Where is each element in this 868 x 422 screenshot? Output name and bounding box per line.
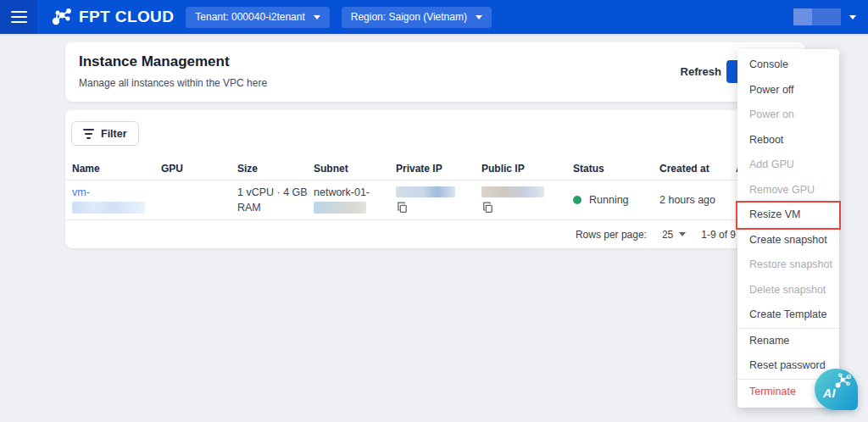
menu-item-create-snapshot[interactable]: Create snapshot [737,228,839,253]
tenant-dropdown[interactable]: Tenant: 000040-i2tenant [186,7,329,28]
table-header-row: Name GPU Size Subnet Private IP Public I… [65,157,805,180]
fpt-molecule-logo-icon [51,7,73,27]
chevron-down-icon [679,232,686,236]
brand-logo-text: FPT CLOUD [79,8,174,26]
column-header-public-ip[interactable]: Public IP [481,163,573,175]
tenant-dropdown-label: Tenant: 000040-i2tenant [195,11,304,23]
menu-item-delete-snapshot: Delete snapshot [737,278,839,303]
column-header-size[interactable]: Size [237,163,314,175]
cell-created-at: 2 hours ago [659,194,736,206]
region-dropdown-label: Region: Saigon (Vietnam) [351,11,467,23]
cell-public-ip [481,186,573,214]
instance-name-redacted [72,202,145,214]
column-header-gpu[interactable]: GPU [161,163,237,175]
column-header-created-at[interactable]: Created at [659,163,736,175]
menu-item-resize-vm[interactable]: Resize VM [737,203,839,228]
cell-private-ip [396,186,481,214]
menu-item-console[interactable]: Console [737,53,839,78]
user-name-redacted [793,8,841,25]
refresh-button[interactable]: Refresh [681,65,721,78]
menu-item-reboot[interactable]: Reboot [737,128,839,153]
menu-item-create-template[interactable]: Create Template [737,303,839,328]
private-ip-redacted [396,186,455,197]
ai-molecule-icon [833,372,854,391]
menu-item-power-on: Power on [737,103,839,128]
menu-item-restore-snapshot: Restore snapshot [737,253,839,278]
cell-status: Running [573,194,659,206]
filter-icon [83,129,94,139]
page-header-card: Instance Management Manage all instances… [65,42,805,102]
subnet-redacted [314,202,366,214]
chevron-down-icon [476,15,482,19]
hamburger-icon [11,11,27,23]
instance-table-card: Filter Name GPU Size Subnet Private IP P… [65,110,805,248]
filter-button-label: Filter [101,128,127,140]
page-subtitle: Manage all instances within the VPC here [79,77,792,89]
ai-fab-label: AI [823,386,836,400]
cell-size: 1 vCPU · 4 GB RAM [237,185,309,215]
rows-per-page-select[interactable]: 25 [662,229,686,241]
chevron-down-icon [314,15,320,19]
rows-per-page-label: Rows per page: [576,229,647,241]
column-header-private-ip[interactable]: Private IP [396,163,481,175]
region-dropdown[interactable]: Region: Saigon (Vietnam) [342,7,492,28]
menu-item-add-gpu: Add GPU [737,153,839,178]
instance-name-link[interactable]: vm- [72,186,161,198]
copy-icon[interactable] [481,201,573,214]
cell-name: vm- [72,186,161,214]
app-window: FPT CLOUD Tenant: 000040-i2tenant Region… [0,0,868,422]
menu-item-power-off[interactable]: Power off [737,78,839,103]
hamburger-menu-button[interactable] [0,0,37,34]
top-navbar: FPT CLOUD Tenant: 000040-i2tenant Region… [0,0,868,36]
filter-button[interactable]: Filter [71,121,139,146]
copy-icon[interactable] [396,201,481,214]
menu-item-rename[interactable]: Rename [737,329,839,354]
column-header-status[interactable]: Status [573,163,659,175]
user-menu[interactable] [793,8,856,25]
status-badge: Running [589,194,629,206]
column-header-subnet[interactable]: Subnet [314,163,396,175]
ai-assistant-fab[interactable]: AI [815,369,858,410]
subnet-name: network-01- [314,186,396,198]
instance-actions-menu: Console Power off Power on Reboot Add GP… [737,49,839,408]
pagination-bar: Rows per page: 25 1-9 of 9 [65,220,805,248]
cell-subnet: network-01- [314,186,396,214]
public-ip-redacted [481,186,544,197]
rows-per-page-value: 25 [662,229,673,241]
column-header-name[interactable]: Name [72,163,161,175]
chevron-down-icon [849,15,856,19]
pagination-range: 1-9 of 9 [701,229,736,241]
brand-logo[interactable]: FPT CLOUD [51,7,174,27]
menu-item-remove-gpu: Remove GPU [737,178,839,203]
table-row: vm- 1 vCPU · 4 GB RAM network-01- [65,180,805,220]
status-dot-icon [573,196,581,204]
